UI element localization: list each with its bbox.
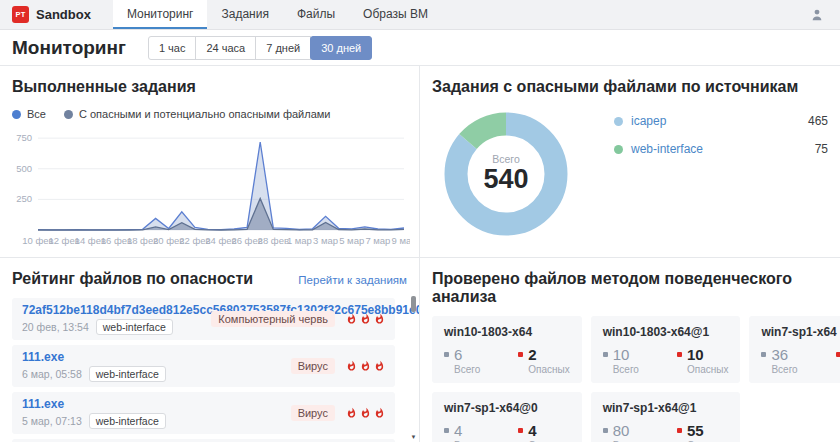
vm-total-label: Всего	[454, 364, 480, 375]
source-legend-row: web-interface 75	[614, 142, 828, 156]
panel-file-ranking: Рейтинг файлов по опасности Перейти к за…	[0, 258, 420, 442]
behavioral-title: Проверено файлов методом поведенческого …	[432, 270, 828, 306]
list-scrollbar[interactable]: ▼	[410, 296, 417, 442]
svg-text:28 фев: 28 фев	[258, 235, 289, 246]
file-date: 5 мар, 07:13	[22, 415, 82, 427]
svg-text:7 мар: 7 мар	[365, 235, 390, 246]
time-range-button[interactable]: 7 дней	[255, 36, 311, 60]
nav-tab[interactable]: Задания	[207, 0, 282, 29]
tasks-area-chart: 25050075010 фев12 фев14 фев16 фев18 фев2…	[12, 124, 410, 246]
svg-text:9 мар: 9 мар	[391, 235, 410, 246]
time-range-button[interactable]: 30 дней	[310, 36, 372, 60]
brand: PT Sandbox	[0, 0, 103, 29]
nav-tabs: МониторингЗаданияФайлыОбразы ВМ	[113, 0, 442, 29]
vm-danger-stat: 55 Опасных	[677, 422, 728, 442]
file-source-chip: web-interface	[89, 413, 166, 429]
vm-cards: win10-1803-x64 6 Всего 2 Опасных win10-1…	[432, 316, 828, 442]
vm-total-stat: 36 Всего	[761, 346, 797, 375]
vm-total-label: Всего	[613, 364, 639, 375]
flame-icon	[360, 407, 371, 419]
svg-text:3 мар: 3 мар	[313, 235, 338, 246]
go-to-tasks-link[interactable]: Перейти к заданиям	[298, 274, 407, 286]
vm-name: win7-sp1-x64@1	[603, 401, 729, 415]
vm-name: win7-sp1-x64	[761, 325, 840, 339]
file-source-chip: web-interface	[96, 319, 173, 335]
topbar: PT Sandbox МониторингЗаданияФайлыОбразы …	[0, 0, 840, 30]
total-square-icon	[603, 352, 608, 357]
source-name-link[interactable]: web-interface	[631, 142, 703, 156]
verdict-badge: Вирус	[291, 405, 335, 421]
vm-danger-label: Опасных	[528, 364, 569, 375]
vm-card: win7-sp1-x64@1 80 Всего 55 Опасных	[591, 392, 741, 442]
chart-legend-item[interactable]: Все	[12, 108, 46, 120]
nav-tab-label: Образы ВМ	[363, 7, 428, 21]
vm-danger-stat: 10 Опасных	[677, 346, 728, 375]
app-root: PT Sandbox МониторингЗаданияФайлыОбразы …	[0, 0, 840, 442]
nav-tab-label: Задания	[221, 7, 268, 21]
danger-square-icon	[518, 352, 523, 357]
source-legend-row: icapep 465	[614, 114, 828, 128]
titlebar: Мониторинг 1 час24 часа7 дней30 дней	[0, 30, 840, 66]
vm-total-value: 80	[613, 422, 630, 439]
file-date: 20 фев, 13:54	[22, 321, 89, 333]
svg-text:750: 750	[16, 132, 32, 143]
source-value: 465	[808, 114, 828, 128]
vm-danger-stat: 2 Опасных	[518, 346, 569, 375]
legend-dot-icon	[12, 110, 21, 119]
vm-total-value: 10	[613, 346, 630, 363]
file-name-link[interactable]: 72af512be118d4bf7d3eed812e5cc56803753587…	[22, 303, 203, 317]
vm-total-value: 4	[454, 422, 462, 439]
file-date: 6 мар, 05:58	[22, 368, 82, 380]
sources-legend: icapep 465 web-interface 75	[614, 114, 828, 244]
vm-name: win10-1803-x64	[444, 325, 570, 339]
user-icon[interactable]	[810, 8, 824, 22]
nav-tab[interactable]: Образы ВМ	[349, 0, 442, 29]
flame-icon	[346, 360, 357, 372]
file-row[interactable]: 111.exe 5 мар, 07:13 web-interface Вирус	[12, 392, 395, 434]
source-dot-icon	[614, 117, 623, 126]
chart-legend-item[interactable]: С опасными и потенциально опасными файла…	[64, 108, 331, 120]
pt-logo-icon: PT	[12, 6, 29, 23]
svg-text:5 мар: 5 мар	[339, 235, 364, 246]
vm-card: win7-sp1-x64@0 4 Всего 4 Опасных	[432, 392, 582, 442]
time-range-group: 1 час24 часа7 дней30 дней	[148, 36, 372, 60]
page-title: Мониторинг	[12, 37, 126, 59]
app-name: Sandbox	[36, 7, 91, 22]
vm-name: win10-1803-x64@1	[603, 325, 729, 339]
flame-icon	[374, 407, 385, 419]
verdict-badge: Вирус	[291, 358, 335, 374]
nav-tab[interactable]: Мониторинг	[113, 0, 208, 29]
time-range-button[interactable]: 24 часа	[195, 36, 256, 60]
file-list: 72af512be118d4bf7d3eed812e5cc56803753587…	[12, 298, 407, 442]
file-source-chip: web-interface	[89, 366, 166, 382]
vm-danger-stat: 4 Опасных	[518, 422, 569, 442]
vm-total-stat: 80 Всего	[603, 422, 639, 442]
file-name-link[interactable]: 111.exe	[22, 397, 166, 411]
flame-icon	[346, 407, 357, 419]
nav-tab-label: Мониторинг	[127, 7, 194, 21]
flame-icon	[360, 313, 371, 325]
flame-icon	[374, 360, 385, 372]
completed-tasks-title: Выполненные задания	[12, 78, 407, 96]
scrollbar-down-arrow[interactable]: ▼	[410, 434, 417, 440]
time-range-button[interactable]: 1 час	[148, 36, 197, 60]
vm-danger-value: 4	[528, 422, 536, 439]
vm-card: win7-sp1-x64 36 Всего 21 Опасных	[749, 316, 840, 383]
vm-danger-stat: 21 Опасных	[836, 346, 840, 375]
flame-icon	[374, 313, 385, 325]
danger-square-icon	[677, 428, 682, 433]
chart-legend-label: С опасными и потенциально опасными файла…	[79, 108, 331, 120]
flame-icon	[360, 360, 371, 372]
total-square-icon	[444, 352, 449, 357]
vm-danger-label: Опасных	[687, 364, 728, 375]
vm-danger-value: 2	[528, 346, 536, 363]
vm-total-stat: 4 Всего	[444, 422, 480, 442]
file-row[interactable]: 72af512be118d4bf7d3eed812e5cc56803753587…	[12, 298, 395, 340]
total-square-icon	[444, 428, 449, 433]
source-name-link[interactable]: icapep	[631, 114, 666, 128]
nav-tab[interactable]: Файлы	[283, 0, 349, 29]
file-name-link[interactable]: 111.exe	[22, 350, 166, 364]
file-row[interactable]: 111.exe 6 мар, 05:58 web-interface Вирус	[12, 345, 395, 387]
scrollbar-thumb[interactable]	[411, 296, 416, 312]
svg-text:500: 500	[16, 163, 32, 174]
